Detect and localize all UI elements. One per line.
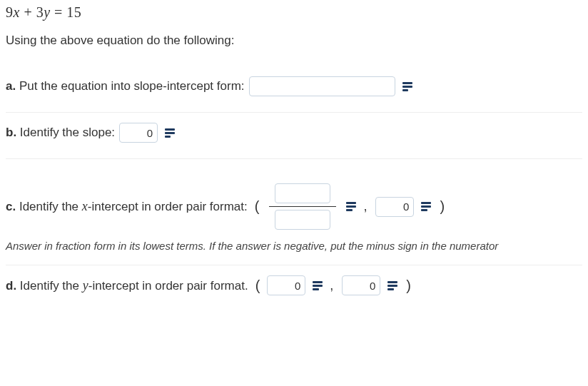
part-c-y-input[interactable]: [375, 197, 414, 217]
given-equation: 9x + 3y = 15: [6, 4, 582, 21]
open-paren: (: [255, 198, 260, 215]
fraction-input-group: [269, 183, 336, 230]
fraction-bar: [269, 206, 336, 207]
part-c-hint: Answer in fraction form in its lowest te…: [6, 240, 582, 252]
open-paren: (: [255, 278, 260, 294]
comma-separator: ,: [330, 278, 333, 293]
instructions-text: Using the above equation do the followin…: [6, 34, 582, 48]
keypad-icon[interactable]: [420, 200, 432, 213]
keypad-icon[interactable]: [401, 80, 414, 93]
keypad-icon[interactable]: [386, 279, 399, 292]
keypad-icon[interactable]: [311, 279, 324, 292]
comma-separator: ,: [363, 199, 367, 214]
part-b-label: b. Identify the slope:: [6, 126, 115, 140]
part-c: c. Identify the x-intercept in order pai…: [6, 159, 582, 237]
part-b: b. Identify the slope:: [6, 113, 582, 159]
part-d-x-input[interactable]: [267, 275, 305, 295]
close-paren: ): [406, 278, 411, 294]
part-a-input[interactable]: [249, 76, 395, 96]
keypad-icon[interactable]: [163, 126, 176, 139]
part-d-y-input[interactable]: [342, 275, 380, 295]
part-b-input[interactable]: [119, 123, 158, 143]
keypad-icon[interactable]: [345, 200, 358, 213]
part-c-label: c. Identify the x-intercept in order pai…: [6, 199, 248, 214]
part-a-label: a. Put the equation into slope-intercept…: [6, 79, 245, 93]
close-paren: ): [440, 198, 445, 215]
part-c-numerator-input[interactable]: [275, 183, 330, 203]
part-c-denominator-input[interactable]: [275, 210, 330, 230]
part-d-label: d. Identify the y-intercept in order pai…: [6, 278, 248, 293]
part-a: a. Put the equation into slope-intercept…: [6, 66, 582, 113]
part-d: d. Identify the y-intercept in order pai…: [6, 265, 582, 311]
